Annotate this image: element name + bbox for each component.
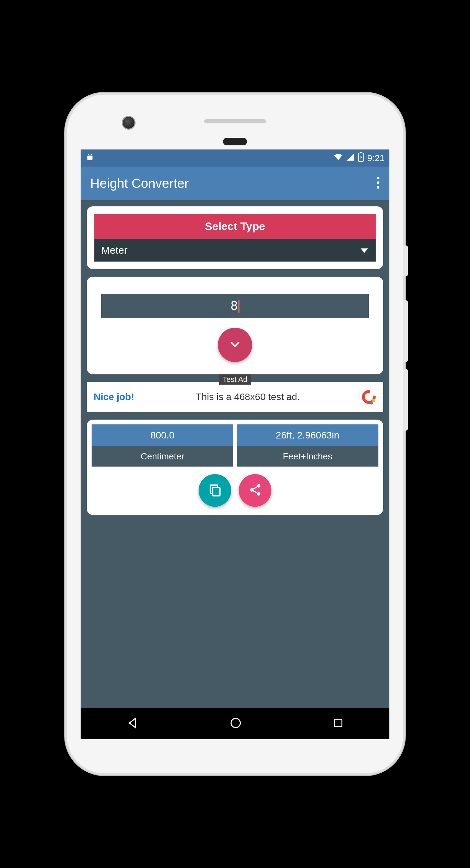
input-card: 8 (87, 277, 383, 374)
app-title: Height Converter (90, 176, 189, 191)
share-button[interactable] (239, 474, 271, 507)
result-value: 26ft, 2.96063in (237, 424, 378, 446)
side-button (403, 300, 408, 362)
ad-headline: Nice job! (94, 391, 134, 402)
nav-bar (81, 708, 389, 739)
status-time: 9:21 (367, 153, 385, 164)
home-button[interactable] (230, 717, 242, 731)
status-bar: 9:21 (81, 149, 389, 167)
svg-point-8 (372, 399, 375, 402)
copy-button[interactable] (199, 474, 231, 507)
result-label: Feet+Inches (237, 446, 378, 467)
sensor-slot (223, 138, 247, 145)
android-icon (85, 153, 94, 164)
result-value: 800.0 (92, 424, 233, 446)
unit-dropdown[interactable]: Meter (94, 239, 376, 262)
result-column: 800.0 Centimeter (92, 424, 233, 467)
svg-rect-15 (335, 719, 342, 726)
back-button[interactable] (126, 717, 139, 731)
wifi-icon (333, 152, 343, 164)
side-button (403, 245, 408, 276)
svg-point-11 (257, 484, 260, 487)
dropdown-arrow-icon (360, 244, 369, 256)
chevron-down-icon (229, 340, 241, 350)
results-card: 800.0 Centimeter 26ft, 2.96063in Feet+In… (87, 420, 383, 515)
svg-rect-10 (213, 487, 220, 496)
svg-rect-0 (87, 155, 92, 160)
share-icon (248, 483, 262, 498)
svg-point-14 (231, 719, 240, 728)
speaker-slot (204, 119, 266, 123)
side-button (403, 369, 408, 431)
svg-point-12 (250, 488, 254, 492)
value-input[interactable]: 8 (101, 294, 369, 318)
ad-banner[interactable]: Test Ad Nice job! This is a 468x60 test … (87, 382, 383, 412)
svg-rect-4 (360, 152, 362, 153)
input-value: 8 (231, 299, 237, 313)
svg-point-6 (377, 181, 379, 184)
dropdown-value: Meter (101, 244, 128, 256)
admob-logo-icon (361, 389, 376, 405)
battery-icon (357, 152, 364, 164)
result-label: Centimeter (92, 446, 233, 467)
copy-icon (208, 483, 222, 498)
convert-button[interactable] (218, 328, 252, 362)
svg-point-7 (377, 186, 379, 189)
signal-icon (346, 153, 355, 164)
camera-dot (122, 116, 136, 130)
main-content: Select Type Meter 8 (81, 200, 389, 708)
recent-apps-button[interactable] (333, 718, 344, 730)
ad-tag: Test Ad (219, 374, 251, 385)
select-type-card: Select Type Meter (87, 206, 383, 269)
select-type-header: Select Type (94, 214, 376, 239)
result-column: 26ft, 2.96063in Feet+Inches (237, 424, 378, 467)
phone-frame: 9:21 Height Converter Select Type Meter (67, 95, 403, 773)
svg-point-13 (257, 492, 260, 496)
overflow-menu-icon[interactable] (376, 177, 380, 190)
app-bar: Height Converter (81, 167, 389, 200)
svg-point-5 (377, 177, 379, 180)
text-cursor (238, 300, 239, 313)
ad-text: This is a 468x60 test ad. (134, 391, 361, 402)
svg-point-9 (370, 402, 373, 405)
screen: 9:21 Height Converter Select Type Meter (81, 149, 389, 739)
